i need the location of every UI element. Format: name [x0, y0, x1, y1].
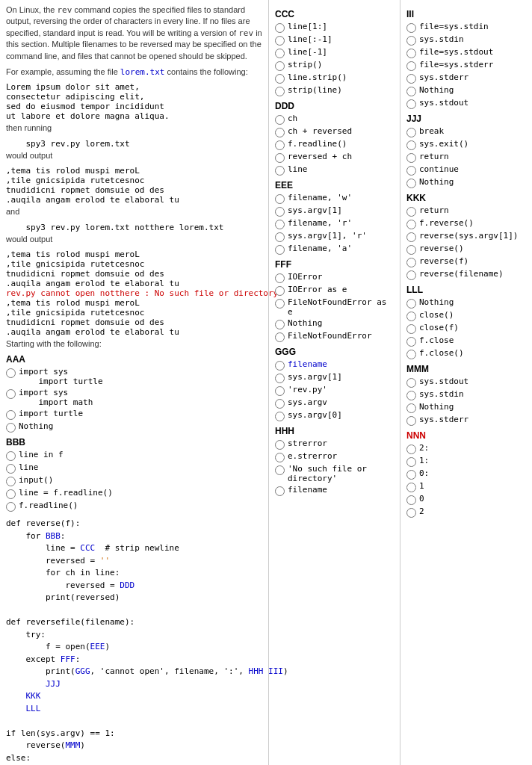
iii-option-5[interactable]: sys.stderr: [406, 72, 526, 84]
ddd-option-1[interactable]: ch: [275, 114, 394, 125]
output2: ,tema tis rolod muspi meroL ,tile gnicsi…: [6, 250, 262, 337]
nnn-option-5[interactable]: 0: [406, 494, 526, 505]
ggg-option-4[interactable]: sys.argv: [275, 397, 394, 409]
fff-option-2[interactable]: IOError as e: [275, 285, 394, 296]
nnn-option-3[interactable]: 0:: [406, 468, 526, 480]
bbb-option-5[interactable]: f.readline(): [6, 501, 262, 512]
jjj-option-1[interactable]: break: [406, 126, 526, 137]
section-lll-label: LLL: [406, 285, 526, 295]
aaa-option-1[interactable]: import sys import turtle: [6, 367, 262, 386]
bbb-option-4[interactable]: line = f.readline(): [6, 488, 262, 499]
nnn-option-6[interactable]: 2: [406, 507, 526, 518]
iii-option-7[interactable]: sys.stdout: [406, 98, 526, 109]
ddd-option-4[interactable]: reversed + ch: [275, 152, 394, 163]
aaa-option-2[interactable]: import sys import math: [6, 388, 262, 407]
ggg-option-5[interactable]: sys.argv[0]: [275, 410, 394, 421]
section-bbb-label: BBB: [6, 437, 262, 447]
section-aaa-label: AAA: [6, 354, 262, 365]
cmd1: spy3 rev.py lorem.txt: [6, 139, 262, 149]
kkk-option-5[interactable]: reverse(f): [406, 256, 526, 267]
ccc-option-4[interactable]: strip(): [275, 60, 394, 71]
hhh-option-2[interactable]: e.strerror: [275, 451, 394, 462]
nnn-option-4[interactable]: 1: [406, 481, 526, 492]
code-template: def reverse(f): for BBB: line = CCC # st…: [6, 518, 262, 765]
description-para1: On Linux, the rev command copies the spe…: [6, 4, 262, 62]
kkk-option-2[interactable]: f.reverse(): [406, 218, 526, 229]
jjj-option-3[interactable]: return: [406, 152, 526, 163]
jjj-option-4[interactable]: continue: [406, 164, 526, 176]
far-right-panel: III file=sys.stdin sys.stdin file=sys.st…: [400, 0, 532, 765]
aaa-option-nothing[interactable]: Nothing: [6, 421, 262, 433]
eee-option-2[interactable]: sys.argv[1]: [275, 205, 394, 217]
ggg-option-2[interactable]: sys.argv[1]: [275, 372, 394, 383]
output1: ,tema tis rolod muspi meroL ,tile gnicsi…: [6, 166, 262, 205]
bbb-option-3[interactable]: input(): [6, 475, 262, 486]
lorem-content: Lorem ipsum dolor sit amet, consectetur …: [6, 82, 262, 121]
right-panel: CCC line[1:] line[:-1] line[-1] strip() …: [269, 0, 532, 765]
kkk-option-6[interactable]: reverse(filename): [406, 269, 526, 280]
ccc-option-5[interactable]: line.strip(): [275, 72, 394, 84]
mmm-option-2[interactable]: sys.stdin: [406, 389, 526, 400]
mmm-option-1[interactable]: sys.stdout: [406, 377, 526, 388]
would-output: would output: [6, 150, 262, 161]
section-eee-label: EEE: [275, 180, 394, 191]
kkk-option-1[interactable]: return: [406, 205, 526, 217]
description-para2: For example, assuming the file lorem.txt…: [6, 66, 262, 78]
ccc-option-6[interactable]: strip(line): [275, 85, 394, 96]
aaa-option-3[interactable]: import turtle: [6, 409, 262, 420]
mmm-option-nothing[interactable]: Nothing: [406, 402, 526, 413]
jjj-option-nothing[interactable]: Nothing: [406, 177, 526, 188]
page: On Linux, the rev command copies the spe…: [0, 0, 532, 765]
section-hhh-label: HHH: [275, 426, 394, 436]
eee-option-1[interactable]: filename, 'w': [275, 193, 394, 204]
kkk-option-4[interactable]: reverse(): [406, 244, 526, 255]
fff-option-nothing[interactable]: Nothing: [275, 318, 394, 329]
iii-option-2[interactable]: sys.stdin: [406, 34, 526, 46]
ccc-option-1[interactable]: line[1:]: [275, 22, 394, 33]
left-panel: On Linux, the rev command copies the spe…: [0, 0, 269, 765]
iii-option-1[interactable]: file=sys.stdin: [406, 22, 526, 33]
bbb-option-2[interactable]: line: [6, 462, 262, 474]
ddd-option-3[interactable]: f.readline(): [275, 139, 394, 150]
ddd-option-5[interactable]: line: [275, 164, 394, 176]
ccc-option-2[interactable]: line[:-1]: [275, 34, 394, 46]
ggg-option-1[interactable]: filename: [275, 359, 394, 371]
starting-with: Starting with the following:: [6, 338, 262, 350]
lll-option-2[interactable]: close(): [406, 310, 526, 321]
iii-option-4[interactable]: file=sys.stderr: [406, 60, 526, 71]
fff-option-5[interactable]: FileNotFoundError: [275, 331, 394, 342]
jjj-option-2[interactable]: sys.exit(): [406, 139, 526, 150]
nnn-option-2[interactable]: 1:: [406, 456, 526, 467]
lll-option-5[interactable]: f.close(): [406, 348, 526, 359]
iii-option-nothing[interactable]: Nothing: [406, 85, 526, 96]
mmm-option-4[interactable]: sys.stderr: [406, 415, 526, 426]
section-ggg-label: GGG: [275, 347, 394, 357]
section-ccc-label: CCC: [275, 9, 394, 19]
section-iii-label: III: [406, 9, 526, 19]
hhh-option-3[interactable]: 'No such file or directory': [275, 464, 394, 483]
lll-option-3[interactable]: close(f): [406, 323, 526, 334]
ccc-option-3[interactable]: line[-1]: [275, 47, 394, 58]
section-nnn-label: NNN: [406, 430, 526, 441]
then-running: then running: [6, 123, 262, 134]
eee-option-3[interactable]: filename, 'r': [275, 218, 394, 229]
cmd2: spy3 rev.py lorem.txt notthere lorem.txt: [6, 223, 262, 232]
hhh-option-1[interactable]: strerror: [275, 439, 394, 450]
ggg-option-3[interactable]: 'rev.py': [275, 385, 394, 396]
fff-option-3[interactable]: FileNotFoundError as e: [275, 297, 394, 317]
section-ddd-label: DDD: [275, 101, 394, 111]
lll-option-4[interactable]: f.close: [406, 335, 526, 347]
kkk-option-3[interactable]: reverse(sys.argv[1]): [406, 231, 526, 242]
section-jjj-label: JJJ: [406, 114, 526, 124]
eee-option-4[interactable]: sys.argv[1], 'r': [275, 231, 394, 242]
eee-option-5[interactable]: filename, 'a': [275, 244, 394, 255]
nnn-option-1[interactable]: 2:: [406, 443, 526, 454]
lll-option-nothing[interactable]: Nothing: [406, 297, 526, 309]
section-mmm-label: MMM: [406, 364, 526, 374]
would-output2: would output: [6, 234, 262, 245]
hhh-option-4[interactable]: filename: [275, 485, 394, 496]
iii-option-3[interactable]: file=sys.stdout: [406, 47, 526, 58]
ddd-option-2[interactable]: ch + reversed: [275, 126, 394, 137]
fff-option-1[interactable]: IOError: [275, 272, 394, 283]
bbb-option-1[interactable]: line in f: [6, 450, 262, 461]
